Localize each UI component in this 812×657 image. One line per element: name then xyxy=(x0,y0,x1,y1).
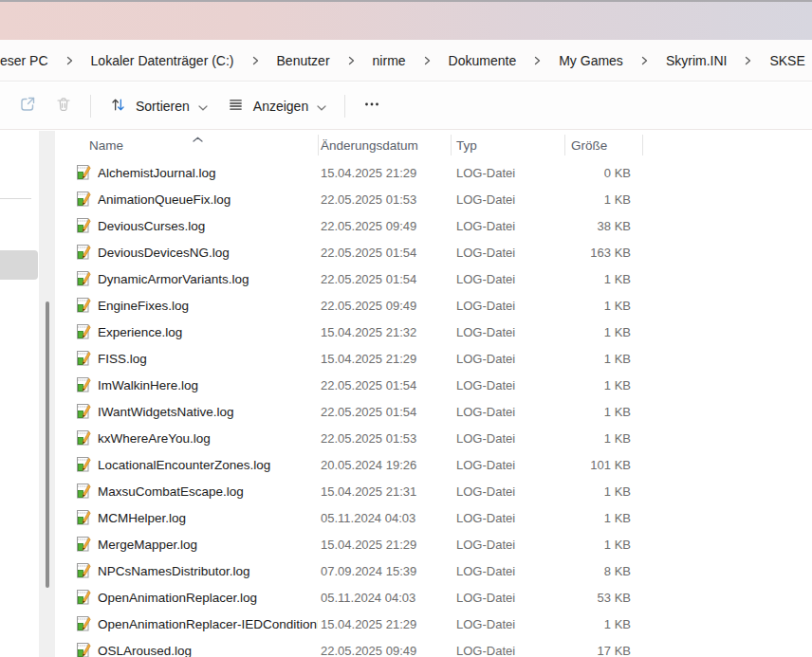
breadcrumb-item[interactable]: Skyrim.INI xyxy=(656,48,737,73)
share-button[interactable] xyxy=(9,89,46,123)
file-modified-date: 22.05.2025 01:54 xyxy=(318,246,451,260)
file-type: LOG-Datei xyxy=(451,644,564,657)
log-file-icon xyxy=(76,271,91,286)
breadcrumb-chevron-icon[interactable] xyxy=(65,56,74,65)
breadcrumb-chevron-icon[interactable] xyxy=(423,56,432,65)
file-modified-date: 07.09.2024 15:39 xyxy=(318,564,451,578)
file-type: LOG-Datei xyxy=(451,219,564,233)
sort-button[interactable]: Sortieren xyxy=(100,89,217,123)
log-file-icon xyxy=(76,537,91,552)
file-row[interactable]: OpenAnimationReplacer-IEDConditionEx... … xyxy=(71,611,812,637)
file-size: 1 KB xyxy=(564,538,642,552)
breadcrumb-item[interactable]: eser PC xyxy=(0,48,58,73)
file-name-cell: MCMHelper.log xyxy=(71,510,318,525)
file-row[interactable]: AlchemistJournal.log 15.04.2025 21:29 LO… xyxy=(71,159,812,186)
file-row[interactable]: OSLAroused.log 22.05.2025 09:49 LOG-Date… xyxy=(71,637,812,657)
file-row[interactable]: kxWhereAreYou.log 22.05.2025 01:53 LOG-D… xyxy=(71,425,812,451)
file-name: kxWhereAreYou.log xyxy=(98,431,211,446)
delete-button[interactable] xyxy=(46,89,82,123)
sort-button-label: Sortieren xyxy=(136,99,190,114)
file-type: LOG-Datei xyxy=(451,272,564,286)
file-name-cell: kxWhereAreYou.log xyxy=(71,430,318,446)
file-modified-date: 15.04.2025 21:31 xyxy=(318,484,451,499)
file-type: LOG-Datei xyxy=(451,192,564,207)
file-name: MCMHelper.log xyxy=(98,511,186,525)
column-header-modified[interactable]: Änderungsdatum xyxy=(318,133,451,157)
column-header-size[interactable]: Größe xyxy=(564,133,642,157)
chevron-down-icon xyxy=(198,99,208,114)
log-file-icon xyxy=(76,298,91,313)
file-row[interactable]: Experience.log 15.04.2025 21:32 LOG-Date… xyxy=(71,319,812,345)
file-name: IWantWidgetsNative.log xyxy=(98,405,234,419)
file-row[interactable]: EngineFixes.log 22.05.2025 09:49 LOG-Dat… xyxy=(71,292,812,319)
breadcrumb-item[interactable]: Benutzer xyxy=(268,48,340,73)
column-divider[interactable] xyxy=(642,135,643,155)
view-list-icon xyxy=(227,96,245,117)
breadcrumb-item[interactable]: Lokaler Datenträger (C:) xyxy=(82,48,244,73)
file-modified-date: 22.05.2025 09:49 xyxy=(318,299,451,313)
file-size: 1 KB xyxy=(564,272,642,286)
column-divider[interactable] xyxy=(564,135,565,155)
file-row[interactable]: DeviousDevicesNG.log 22.05.2025 01:54 LO… xyxy=(71,239,812,265)
file-row[interactable]: MergeMapper.log 15.04.2025 21:29 LOG-Dat… xyxy=(71,531,812,557)
more-options-button[interactable] xyxy=(354,89,390,123)
file-name-cell: OpenAnimationReplacer.log xyxy=(71,590,318,605)
file-row[interactable]: OpenAnimationReplacer.log 05.11.2024 04:… xyxy=(71,584,812,611)
column-divider[interactable] xyxy=(318,135,319,155)
breadcrumb-chevron-icon[interactable] xyxy=(347,56,356,65)
file-name-cell: AlchemistJournal.log xyxy=(71,165,318,180)
breadcrumb-chevron-icon[interactable] xyxy=(744,56,752,65)
file-type: LOG-Datei xyxy=(451,484,564,499)
file-type: LOG-Datei xyxy=(451,591,564,605)
navigation-scrollbar-track[interactable] xyxy=(39,131,55,657)
main-content: Name Änderungsdatum Typ Größe xyxy=(0,131,812,657)
breadcrumb-chevron-icon[interactable] xyxy=(251,56,260,65)
file-name: OSLAroused.log xyxy=(98,644,192,657)
breadcrumb-item[interactable]: nirme xyxy=(363,48,415,73)
file-name: DeviousDevicesNG.log xyxy=(98,246,230,260)
file-row[interactable]: MCMHelper.log 05.11.2024 04:03 LOG-Datei… xyxy=(71,504,812,531)
file-name-cell: MergeMapper.log xyxy=(71,537,318,552)
file-row[interactable]: DeviousCurses.log 22.05.2025 09:49 LOG-D… xyxy=(71,212,812,239)
file-type: LOG-Datei xyxy=(451,246,564,260)
breadcrumb-item[interactable]: Dokumente xyxy=(439,48,526,73)
log-file-icon xyxy=(76,245,91,260)
file-row[interactable]: LocationalEncounterZones.log 20.05.2024 … xyxy=(71,451,812,478)
column-header-size-label: Größe xyxy=(571,138,607,153)
file-modified-date: 22.05.2025 01:54 xyxy=(318,378,451,392)
ellipsis-icon xyxy=(362,95,381,117)
breadcrumb-item[interactable]: SKSE xyxy=(760,48,812,73)
file-modified-date: 15.04.2025 21:29 xyxy=(318,352,451,366)
log-file-icon xyxy=(76,165,91,180)
window-titlebar xyxy=(0,0,812,40)
file-row[interactable]: IWantWidgetsNative.log 22.05.2025 01:54 … xyxy=(71,398,812,425)
breadcrumb-chevron-icon[interactable] xyxy=(533,56,542,65)
file-name-cell: EngineFixes.log xyxy=(71,298,318,313)
file-row[interactable]: DynamicArmorVariants.log 22.05.2025 01:5… xyxy=(71,265,812,292)
file-size: 8 KB xyxy=(564,564,642,578)
view-button-label: Anzeigen xyxy=(253,99,308,114)
navigation-scrollbar-thumb[interactable] xyxy=(46,301,49,588)
file-size: 1 KB xyxy=(564,299,642,313)
file-row[interactable]: FISS.log 15.04.2025 21:29 LOG-Datei 1 KB xyxy=(71,345,812,372)
file-type: LOG-Datei xyxy=(451,564,564,578)
file-row[interactable]: AnimationQueueFix.log 22.05.2025 01:53 L… xyxy=(71,186,812,212)
breadcrumb-item[interactable]: My Games xyxy=(549,48,633,73)
log-file-icon xyxy=(76,218,91,233)
file-name: FISS.log xyxy=(98,352,147,366)
navigation-pane xyxy=(0,131,38,657)
log-file-icon xyxy=(76,404,91,419)
file-row[interactable]: MaxsuCombatEscape.log 15.04.2025 21:31 L… xyxy=(71,478,812,504)
view-button[interactable]: Anzeigen xyxy=(217,89,336,123)
file-name: NPCsNamesDistributor.log xyxy=(98,564,250,578)
file-row[interactable]: NPCsNamesDistributor.log 07.09.2024 15:3… xyxy=(71,557,812,584)
file-size: 1 KB xyxy=(564,431,642,446)
file-type: LOG-Datei xyxy=(451,538,564,552)
navigation-pane-selected-item[interactable] xyxy=(0,250,38,280)
breadcrumb-chevron-icon[interactable] xyxy=(640,56,649,65)
file-name-cell: LocationalEncounterZones.log xyxy=(71,457,318,472)
column-divider[interactable] xyxy=(451,135,452,155)
column-header-type[interactable]: Typ xyxy=(451,133,564,157)
file-row[interactable]: ImWalkinHere.log 22.05.2025 01:54 LOG-Da… xyxy=(71,372,812,398)
file-type: LOG-Datei xyxy=(451,166,564,180)
